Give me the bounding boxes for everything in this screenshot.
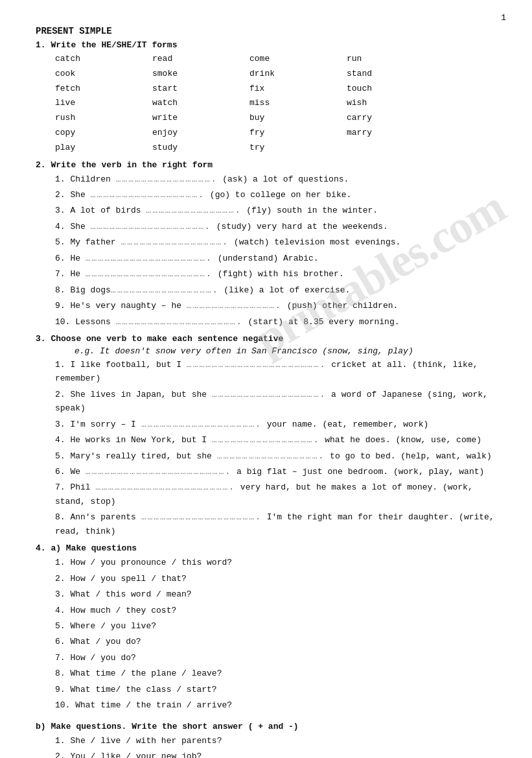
verb: wish: [347, 97, 444, 110]
list-item: A lot of birds ……………………………………. (fly) sou…: [55, 204, 496, 217]
section-3-title: 3. Choose one verb to make each sentence…: [36, 334, 496, 344]
verb: run: [347, 53, 444, 66]
list-item: Ann's parents ………………………………………………. I'm th…: [55, 510, 496, 538]
verb: carry: [347, 112, 444, 125]
verb: try: [249, 141, 347, 155]
verb-grid: catch read come run cook smoke drink sta…: [55, 53, 496, 155]
list-item: How / you do?: [55, 651, 496, 665]
list-item: Big dogs…………………………………………. (like) a lot o…: [55, 283, 496, 297]
list-item: Phil ………………………………………………………. very hard, b…: [55, 480, 496, 508]
list-item: What time/ the class / start?: [55, 683, 496, 696]
list-item: He's very naughty – he ……………………………………. (…: [55, 299, 496, 313]
section-1-title: 1. Write the HE/SHE/IT forms: [36, 40, 496, 50]
list-item: I'm sorry – I ………………………………………………. your n…: [55, 418, 496, 431]
verb: come: [249, 53, 347, 66]
verb: fry: [249, 126, 347, 140]
list-item: How / you pronounce / this word?: [55, 556, 496, 569]
section-2-list: Children ………………………………………. (ask) a lot of…: [55, 172, 496, 329]
list-item: What / this word / mean?: [55, 587, 496, 601]
list-item: What / you do?: [55, 635, 496, 648]
list-item: Mary's really tired, but she ………………………………: [55, 449, 496, 463]
verb: drink: [249, 67, 347, 81]
verb: enjoy: [152, 126, 249, 140]
list-item: What time / the plane / leave?: [55, 667, 496, 680]
verb: study: [152, 141, 249, 155]
verb: fetch: [55, 82, 152, 96]
list-item: She lives in Japan, but she …………………………………: [55, 388, 496, 416]
verb: [347, 141, 444, 155]
list-item: Children ………………………………………. (ask) a lot of…: [55, 172, 496, 186]
verb: read: [152, 53, 249, 66]
page-number: 1: [501, 13, 506, 23]
list-item: He …………………………………………………. (fight) with his…: [55, 267, 496, 281]
verb: watch: [152, 97, 249, 110]
section-4a-title: 4. a) Make questions: [36, 543, 496, 553]
verb: catch: [55, 53, 152, 66]
verb: stand: [347, 67, 444, 81]
list-item: I like football, but I ………………………………………………: [55, 358, 496, 386]
verb: fix: [249, 82, 347, 96]
verb: buy: [249, 112, 347, 125]
verb: smoke: [152, 67, 249, 81]
verb: miss: [249, 97, 347, 110]
list-item: Lessons …………………………………………………. (start) at …: [55, 315, 496, 329]
verb: cook: [55, 67, 152, 81]
list-item: He works in New York, but I …………………………………: [55, 433, 496, 447]
section-3-example: e.g. It doesn't snow very often in San F…: [75, 346, 496, 356]
section-4b-list: She / live / with her parents? You / lik…: [55, 734, 496, 758]
section-2-title: 2. Write the verb in the right form: [36, 160, 496, 170]
section-4b-title: b) Make questions. Write the short answe…: [36, 722, 496, 731]
list-item: My father …………………………………………. (watch) tele…: [55, 235, 496, 249]
verb: rush: [55, 112, 152, 125]
list-item: She ……………………………………………. (go) to college o…: [55, 188, 496, 202]
section-4a-list: How / you pronounce / this word? How / y…: [55, 556, 496, 712]
verb: marry: [347, 126, 444, 140]
verb: play: [55, 141, 152, 155]
list-item: We …………………………………………………………. a big flat – …: [55, 465, 496, 479]
verb: copy: [55, 126, 152, 140]
list-item: He …………………………………………………. (understand) Ara…: [55, 252, 496, 265]
verb: write: [152, 112, 249, 125]
section-3-list: I like football, but I ………………………………………………: [55, 358, 496, 538]
verb: start: [152, 82, 249, 96]
verb: live: [55, 97, 152, 110]
main-title: PRESENT SIMPLE: [36, 26, 496, 36]
list-item: How much / they cost?: [55, 604, 496, 617]
verb: touch: [347, 82, 444, 96]
list-item: Where / you live?: [55, 619, 496, 633]
list-item: She ………………………………………………. (study) very har…: [55, 220, 496, 233]
list-item: You / like / your new job?: [55, 750, 496, 758]
list-item: What time / the train / arrive?: [55, 698, 496, 712]
list-item: She / live / with her parents?: [55, 734, 496, 748]
list-item: How / you spell / that?: [55, 572, 496, 586]
